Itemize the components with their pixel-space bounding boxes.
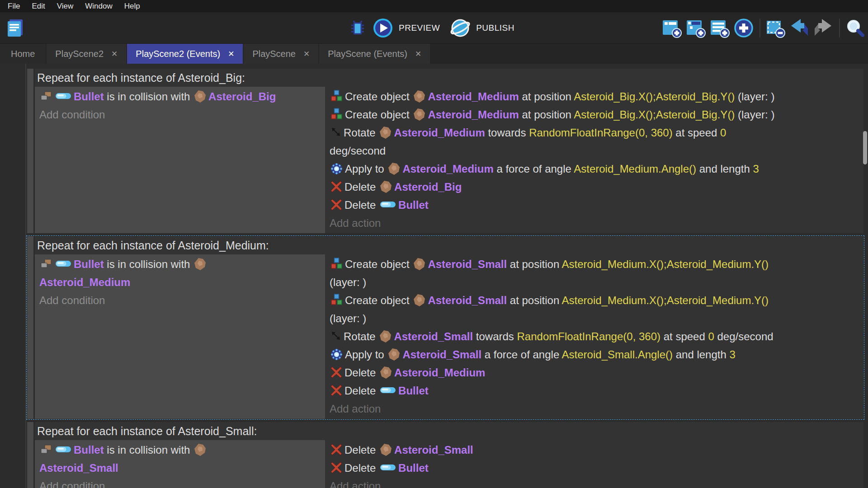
undo-button[interactable]: [789, 17, 811, 39]
remove-selection-button[interactable]: [765, 17, 787, 39]
instruction-text: Rotate: [344, 127, 378, 139]
tab-close-icon[interactable]: ✕: [228, 49, 234, 59]
instruction-text: deg/second: [330, 145, 386, 157]
collision-icon: [40, 258, 52, 269]
preview-button[interactable]: [373, 17, 394, 39]
action-row[interactable]: Apply to Asteroid_Small a force of angle…: [330, 346, 859, 364]
event-header[interactable]: Repeat for each instance of Asteroid_Big…: [35, 69, 863, 87]
action-row[interactable]: Delete Asteroid_Medium: [330, 364, 859, 382]
action-row[interactable]: Create object Asteroid_Medium at positio…: [330, 106, 859, 124]
tab-playscene-events[interactable]: PlayScene (Events)✕: [319, 44, 430, 64]
expression-value: 3: [729, 348, 735, 361]
menu-item-help[interactable]: Help: [118, 0, 146, 12]
tab-playscene2[interactable]: PlayScene2✕: [47, 44, 126, 64]
add-circle-button[interactable]: [733, 17, 755, 39]
event-header[interactable]: Repeat for each instance of Asteroid_Med…: [35, 236, 863, 254]
action-row[interactable]: Rotate Asteroid_Medium towards RandomFlo…: [330, 124, 859, 160]
tab-playscene[interactable]: PlayScene✕: [244, 44, 318, 64]
create-icon: [330, 90, 343, 102]
action-row[interactable]: Delete Bullet: [330, 196, 859, 214]
vertical-scrollbar-thumb[interactable]: [863, 131, 867, 164]
instruction-text: a force of angle: [481, 348, 561, 361]
add-condition-button[interactable]: Add condition: [39, 291, 321, 310]
publish-label[interactable]: PUBLISH: [476, 23, 514, 33]
expression-value: 0: [708, 330, 714, 343]
menu-item-window[interactable]: Window: [79, 0, 118, 12]
search-button[interactable]: [844, 17, 866, 39]
event-block-3[interactable]: Repeat for each instance of Asteroid_Sma…: [27, 422, 863, 488]
bullet-icon: [380, 464, 396, 471]
add-action-button[interactable]: Add action: [330, 400, 859, 418]
action-row[interactable]: Apply to Asteroid_Medium a force of angl…: [330, 160, 859, 178]
asteroid-icon: [388, 162, 400, 175]
expression-value: Asteroid_Big.X();Asteroid_Big.Y(): [574, 90, 735, 103]
add-action-button[interactable]: Add action: [330, 214, 859, 232]
object-name: Asteroid_Small: [394, 444, 473, 456]
main-toolbar: PREVIEW PUBLISH: [0, 12, 868, 43]
instruction-text: Apply to: [345, 348, 387, 361]
condition-row[interactable]: Bullet is in collision with Asteroid_Sma…: [39, 441, 321, 477]
gdevelop-window: { "menu": { "items": ["File", "Edit", "V…: [0, 0, 868, 488]
delete-icon: [330, 199, 342, 211]
add-condition-button[interactable]: Add condition: [39, 106, 321, 124]
action-row[interactable]: Rotate Asteroid_Small towards RandomFloa…: [330, 328, 859, 346]
asteroid-icon: [379, 126, 392, 139]
tab-home[interactable]: Home: [0, 44, 46, 64]
add-subevent-button[interactable]: [685, 17, 707, 39]
debug-button[interactable]: [347, 17, 369, 39]
object-name: Asteroid_Big: [208, 90, 276, 103]
bullet-icon: [55, 92, 71, 100]
redo-icon: [813, 18, 834, 38]
expression-value: 3: [753, 163, 759, 175]
condition-row[interactable]: Bullet is in collision with Asteroid_Med…: [39, 255, 321, 291]
object-name: Asteroid_Medium: [402, 163, 493, 175]
redo-button[interactable]: [813, 17, 835, 39]
object-name: Bullet: [398, 199, 429, 211]
asteroid-icon: [380, 366, 392, 379]
condition-row[interactable]: Bullet is in collision with Asteroid_Big: [39, 88, 321, 106]
instruction-text: at speed: [660, 330, 708, 343]
action-row[interactable]: Delete Asteroid_Small: [330, 441, 859, 459]
menu-bar: FileEditViewWindowHelp: [0, 0, 868, 12]
instruction-text: (layer: ): [735, 108, 774, 121]
instruction-text: Delete: [344, 385, 379, 397]
add-action-button[interactable]: Add action: [330, 477, 859, 488]
expression-value: Asteroid_Medium.Angle(): [574, 163, 696, 175]
add-event-button[interactable]: [661, 17, 683, 39]
action-row[interactable]: Create object Asteroid_Small at position…: [330, 291, 859, 328]
toolbar-separator: [839, 19, 840, 38]
event-header[interactable]: Repeat for each instance of Asteroid_Sma…: [35, 422, 863, 440]
instruction-text: towards: [473, 330, 517, 343]
tab-close-icon[interactable]: ✕: [303, 49, 310, 59]
menu-item-edit[interactable]: Edit: [26, 0, 51, 12]
menu-item-file[interactable]: File: [2, 0, 26, 12]
add-comment-button[interactable]: [709, 17, 731, 39]
event-sheet: Repeat for each instance of Asteroid_Big…: [0, 64, 868, 488]
preview-label[interactable]: PREVIEW: [399, 23, 440, 33]
instruction-text: Rotate: [344, 330, 378, 343]
instruction-text: (layer: ): [735, 90, 774, 103]
event-indent-bar: [27, 236, 33, 419]
tab-close-icon[interactable]: ✕: [415, 49, 421, 59]
bullet-icon: [55, 446, 71, 453]
add-condition-button[interactable]: Add condition: [39, 477, 321, 488]
event-block-2[interactable]: Repeat for each instance of Asteroid_Med…: [27, 236, 863, 419]
action-row[interactable]: Create object Asteroid_Small at position…: [330, 255, 859, 291]
event-block-1[interactable]: Repeat for each instance of Asteroid_Big…: [27, 69, 863, 233]
actions-column: Create object Asteroid_Medium at positio…: [325, 87, 863, 233]
action-row[interactable]: Delete Bullet: [330, 459, 859, 477]
tab-playscene2-events[interactable]: PlayScene2 (Events)✕: [127, 44, 243, 64]
object-name: Bullet: [74, 90, 104, 103]
object-name: Asteroid_Small: [394, 330, 473, 343]
action-row[interactable]: Delete Bullet: [330, 382, 859, 400]
gdevelop-logo-icon[interactable]: [5, 17, 26, 39]
delete-icon: [330, 385, 342, 396]
action-row[interactable]: Delete Asteroid_Big: [330, 178, 859, 196]
tab-close-icon[interactable]: ✕: [111, 49, 118, 59]
publish-button[interactable]: [450, 17, 472, 39]
tab-label: PlayScene (Events): [328, 49, 407, 59]
expression-value: Asteroid_Medium.X();Asteroid_Medium.Y(): [562, 294, 769, 306]
menu-item-view[interactable]: View: [51, 0, 80, 12]
action-row[interactable]: Create object Asteroid_Medium at positio…: [330, 88, 859, 106]
delete-icon: [330, 462, 342, 474]
